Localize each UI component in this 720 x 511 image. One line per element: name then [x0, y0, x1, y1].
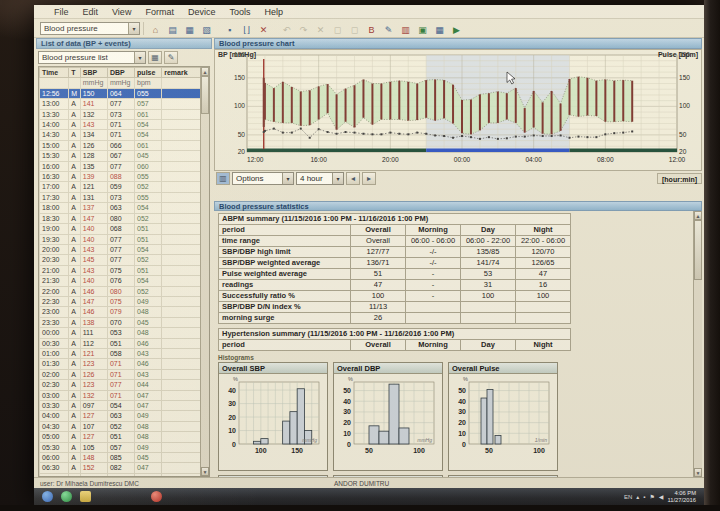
- table-row[interactable]: 00:30A112051046: [40, 338, 202, 348]
- scroll-up-icon[interactable]: ▲: [694, 211, 702, 220]
- chart-settings-icon[interactable]: ▥: [216, 172, 230, 185]
- undo-icon[interactable]: ↶: [279, 22, 294, 37]
- menu-view[interactable]: View: [105, 6, 138, 18]
- paste-icon[interactable]: ◻: [347, 22, 362, 37]
- language-indicator[interactable]: EN: [624, 494, 632, 500]
- stats-scrollbar[interactable]: ▲ ▼: [693, 211, 702, 477]
- chevron-down-icon[interactable]: ▾: [282, 173, 293, 184]
- menu-help[interactable]: Help: [257, 6, 290, 18]
- table-row[interactable]: 00:00A111053048: [40, 328, 202, 338]
- grid-scrollbar[interactable]: ▲ ▼: [200, 67, 209, 476]
- column-header[interactable]: Time: [40, 68, 69, 78]
- table-row[interactable]: 01:30A123071046: [40, 359, 202, 369]
- scrollbar-thumb[interactable]: [201, 76, 209, 114]
- tray-flag-icon[interactable]: ⚑: [649, 493, 654, 500]
- table-row[interactable]: 17:30A131073055: [40, 192, 202, 202]
- table-row[interactable]: 06:00A148085045: [40, 453, 202, 463]
- table-row[interactable]: 04:00A127063049: [40, 411, 202, 421]
- menu-tools[interactable]: Tools: [222, 6, 257, 18]
- table-row[interactable]: 12:56M150064055: [40, 88, 202, 98]
- table-row[interactable]: 21:30A140076054: [40, 276, 202, 286]
- scroll-right-icon[interactable]: ▸: [362, 172, 376, 185]
- report-icon[interactable]: ▥: [398, 22, 413, 37]
- table-row[interactable]: 15:30A128067045: [40, 151, 202, 161]
- data-type-combo[interactable]: Blood pressure ▾: [40, 22, 140, 35]
- table-row[interactable]: 16:30A139088055: [40, 172, 202, 182]
- column-header[interactable]: SBP: [80, 68, 107, 78]
- chevron-down-icon[interactable]: ▾: [134, 52, 145, 63]
- menu-file[interactable]: File: [47, 6, 76, 18]
- column-header[interactable]: DBP: [107, 68, 134, 78]
- print-icon[interactable]: ▤: [165, 22, 180, 37]
- taskbar-app-icon[interactable]: [151, 491, 162, 502]
- menu-edit[interactable]: Edit: [76, 6, 106, 18]
- table-row[interactable]: 14:30A134071054: [40, 130, 202, 140]
- table-row[interactable]: 22:00A146080052: [40, 286, 202, 296]
- delete-icon[interactable]: ✕: [256, 22, 271, 37]
- play-icon[interactable]: ▶: [449, 22, 464, 37]
- menu-device[interactable]: Device: [181, 6, 223, 18]
- bp-chart[interactable]: BP [mmHg] Pulse [bpm] 202050501001001501…: [214, 49, 702, 171]
- table-row[interactable]: 14:00A143071054: [40, 120, 202, 130]
- chevron-down-icon[interactable]: ▾: [128, 23, 139, 34]
- copy-icon[interactable]: ◻: [330, 22, 345, 37]
- bold-icon[interactable]: B: [364, 22, 379, 37]
- table-row[interactable]: 06:30A152082047: [40, 463, 202, 473]
- table-row[interactable]: 03:30A097054047: [40, 401, 202, 411]
- scroll-left-icon[interactable]: ◂: [346, 172, 360, 185]
- table-view-icon[interactable]: ▦: [148, 51, 162, 64]
- table-row[interactable]: 18:00A137063054: [40, 203, 202, 213]
- taskbar-app-icon[interactable]: [61, 491, 72, 502]
- tray-volume-icon[interactable]: ◀: [659, 493, 664, 500]
- scroll-down-icon[interactable]: ▼: [201, 467, 209, 476]
- cut-icon[interactable]: ✕: [313, 22, 328, 37]
- scroll-up-icon[interactable]: ▲: [201, 67, 209, 76]
- scroll-down-icon[interactable]: ▼: [694, 468, 702, 477]
- table-row[interactable]: 16:00A135077060: [40, 161, 202, 171]
- tray-up-icon[interactable]: ▴: [636, 493, 639, 500]
- table-row[interactable]: 01:00A121058043: [40, 348, 202, 358]
- patient-icon[interactable]: ⌂: [148, 22, 163, 37]
- table-row[interactable]: 17:00A121059052: [40, 182, 202, 192]
- table-row[interactable]: 23:30A138070045: [40, 317, 202, 327]
- print-preview-icon[interactable]: ▦: [182, 22, 197, 37]
- calendar-icon[interactable]: ▦: [432, 22, 447, 37]
- table-row[interactable]: 13:00A141077057: [40, 99, 202, 109]
- table-row[interactable]: 15:00A126066061: [40, 140, 202, 150]
- options-combo[interactable]: Options ▾: [232, 172, 294, 185]
- table-row[interactable]: 19:00A140068051: [40, 224, 202, 234]
- scrollbar-thumb[interactable]: [694, 220, 702, 280]
- bp-data-grid[interactable]: TimeTSBPDBPpulseremarkmmHgmmHgbpm12:56M1…: [38, 66, 210, 477]
- table-row[interactable]: 05:30A105057049: [40, 442, 202, 452]
- export-icon[interactable]: ▣: [415, 22, 430, 37]
- tray-display-icon[interactable]: ▪: [643, 494, 645, 500]
- start-button[interactable]: [42, 491, 53, 502]
- edit-entry-icon[interactable]: ✎: [164, 51, 178, 64]
- table-row[interactable]: 02:30A123077044: [40, 380, 202, 390]
- column-header[interactable]: pulse: [135, 68, 162, 78]
- table-row[interactable]: 21:00A143075051: [40, 265, 202, 275]
- table-row[interactable]: 18:30A147080052: [40, 213, 202, 223]
- taskbar-app-icon[interactable]: [80, 491, 91, 502]
- system-tray[interactable]: EN ▴ ▪ ⚑ ◀ 4:06 PM 11/27/2016: [624, 490, 704, 503]
- table-row[interactable]: 20:00A143077054: [40, 244, 202, 254]
- table-row[interactable]: 02:00A126071043: [40, 369, 202, 379]
- taskbar-clock[interactable]: 4:06 PM 11/27/2016: [667, 490, 696, 503]
- edit-icon[interactable]: ✎: [381, 22, 396, 37]
- chevron-down-icon[interactable]: ▾: [332, 173, 343, 184]
- table-row[interactable]: 22:30A147075049: [40, 296, 202, 306]
- list-combo[interactable]: Blood pressure list ▾: [38, 51, 146, 64]
- table-row[interactable]: 13:30A132073061: [40, 109, 202, 119]
- table-row[interactable]: 05:00A127051048: [40, 432, 202, 442]
- stats-body[interactable]: ABPM summary (11/15/2016 1:00 PM - 11/16…: [214, 211, 692, 477]
- interval-combo[interactable]: 4 hour ▾: [296, 172, 344, 185]
- table-row[interactable]: 04:30A107052048: [40, 421, 202, 431]
- page-setup-icon[interactable]: ▧: [199, 22, 214, 37]
- column-header[interactable]: remark: [162, 68, 202, 78]
- column-header[interactable]: T: [69, 68, 80, 78]
- table-row[interactable]: 19:30A140077051: [40, 234, 202, 244]
- table-row[interactable]: 03:00A132071047: [40, 390, 202, 400]
- table-row[interactable]: 23:00A146079048: [40, 307, 202, 317]
- menu-format[interactable]: Format: [138, 6, 181, 18]
- table-row[interactable]: 20:30A145077052: [40, 255, 202, 265]
